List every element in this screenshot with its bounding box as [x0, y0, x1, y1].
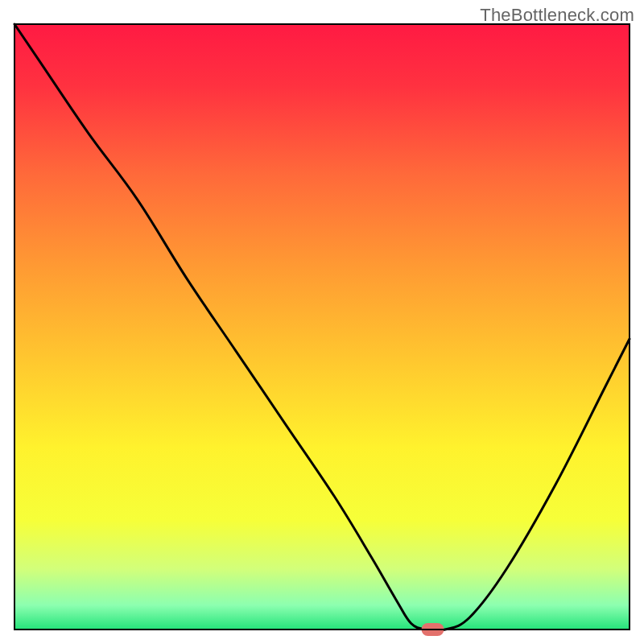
watermark-text: TheBottleneck.com [480, 5, 634, 26]
bottleneck-chart [0, 0, 644, 644]
chart-container: TheBottleneck.com [0, 0, 644, 644]
gradient-background [14, 24, 630, 630]
